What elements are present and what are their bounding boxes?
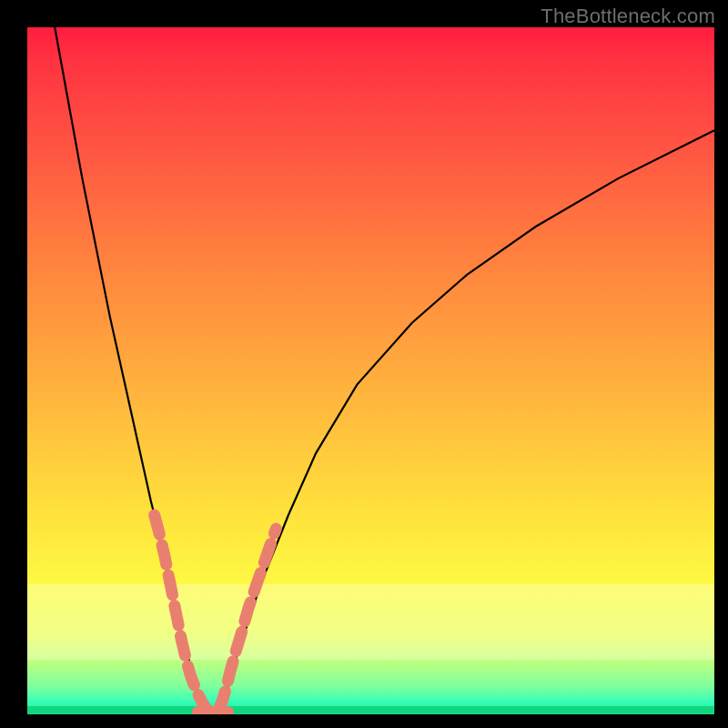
chart-plot-area <box>27 27 714 714</box>
chart-frame: TheBottleneck.com <box>0 0 728 728</box>
highlight-band <box>155 515 277 713</box>
bottleneck-curve <box>55 27 714 714</box>
marker-right <box>218 529 276 710</box>
curve-left-branch <box>55 27 206 714</box>
marker-left <box>155 515 207 711</box>
watermark-text: TheBottleneck.com <box>541 5 715 28</box>
chart-curves-svg <box>27 27 714 714</box>
curve-right-branch <box>219 130 714 714</box>
